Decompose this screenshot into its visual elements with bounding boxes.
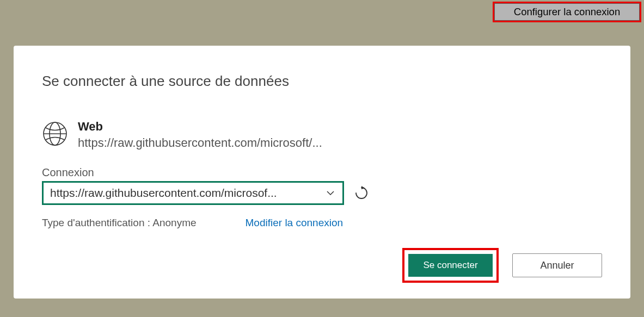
- datasource-text: Web https://raw.githubusercontent.com/mi…: [78, 120, 322, 150]
- configure-connection-label: Configurer la connexion: [514, 6, 620, 18]
- auth-row: Type d'authentification : Anonyme Modifi…: [42, 217, 602, 229]
- connection-select[interactable]: https://raw.githubusercontent.com/micros…: [42, 181, 344, 205]
- datasource-url: https://raw.githubusercontent.com/micros…: [78, 136, 322, 150]
- connection-select-row: https://raw.githubusercontent.com/micros…: [42, 181, 602, 205]
- dialog-buttons: Se connecter Annuler: [42, 248, 602, 283]
- auth-type-label: Type d'authentification : Anonyme: [42, 217, 197, 229]
- datasource-name: Web: [78, 120, 322, 134]
- connect-datasource-dialog: Se connecter à une source de données Web…: [14, 46, 630, 299]
- datasource-row: Web https://raw.githubusercontent.com/mi…: [42, 120, 602, 150]
- connect-button-label: Se connecter: [423, 260, 477, 270]
- configure-connection-button[interactable]: Configurer la connexion: [493, 2, 641, 22]
- top-bar: Configurer la connexion: [0, 0, 644, 24]
- connection-field-label: Connexion: [42, 166, 602, 179]
- edit-connection-link[interactable]: Modifier la connexion: [246, 217, 344, 229]
- dialog-title: Se connecter à une source de données: [42, 73, 602, 90]
- globe-icon: [42, 121, 68, 147]
- cancel-button-label: Annuler: [540, 260, 574, 271]
- refresh-icon[interactable]: [354, 185, 369, 201]
- connect-button[interactable]: Se connecter: [408, 254, 493, 277]
- connect-button-highlight: Se connecter: [402, 248, 499, 283]
- connection-select-value: https://raw.githubusercontent.com/micros…: [50, 187, 277, 200]
- cancel-button[interactable]: Annuler: [512, 253, 602, 277]
- chevron-down-icon: [325, 188, 336, 198]
